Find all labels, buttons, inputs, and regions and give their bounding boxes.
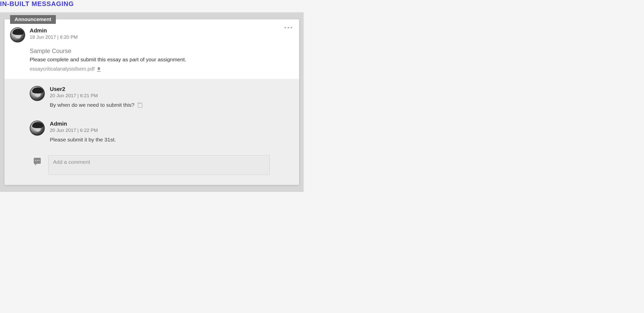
chat-icon: [34, 158, 41, 164]
delete-comment-button[interactable]: [138, 103, 141, 107]
avatar: [30, 121, 45, 136]
messaging-panel: Announcement Admin 18 Jun 2017 | 6:20 PM…: [0, 12, 304, 192]
comment-timestamp: 20 Jun 2017 | 6:22 PM: [50, 128, 116, 133]
comment-item: Admin 20 Jun 2017 | 6:22 PM Please submi…: [30, 121, 274, 143]
announcement-card: Announcement Admin 18 Jun 2017 | 6:20 PM…: [5, 19, 299, 185]
add-comment-row: [30, 155, 274, 175]
announcement-text: Please complete and submit this essay as…: [30, 57, 290, 63]
announcement-tab: Announcement: [10, 15, 56, 24]
comment-text: Please submit it by the 31st.: [50, 137, 116, 143]
announcement-timestamp: 18 Jun 2017 | 6:20 PM: [30, 34, 78, 40]
comment-input[interactable]: [48, 155, 270, 175]
course-name: Sample Course: [30, 47, 290, 55]
more-options-button[interactable]: [285, 27, 292, 28]
page-title: IN-BUILT MESSAGING: [0, 0, 644, 12]
attachment-filename: essaycriticalanalysisfsem.pdf: [30, 66, 95, 72]
comment-author: Admin: [50, 121, 116, 127]
announcement-author: Admin: [30, 27, 78, 34]
comments-section: User2 20 Jun 2017 | 6:21 PM By when do w…: [5, 79, 299, 185]
announcement-body: Sample Course Please complete and submit…: [5, 42, 299, 79]
announcement-meta: Admin 18 Jun 2017 | 6:20 PM: [30, 27, 78, 40]
avatar: [10, 27, 25, 42]
comment-text: By when do we need to submit this?: [50, 102, 134, 108]
comment-author: User2: [50, 86, 141, 92]
comment-timestamp: 20 Jun 2017 | 6:21 PM: [50, 93, 141, 98]
download-icon: [97, 67, 101, 71]
comment-item: User2 20 Jun 2017 | 6:21 PM By when do w…: [30, 86, 274, 108]
avatar: [30, 86, 45, 101]
attachment-link[interactable]: essaycriticalanalysisfsem.pdf: [30, 66, 101, 72]
